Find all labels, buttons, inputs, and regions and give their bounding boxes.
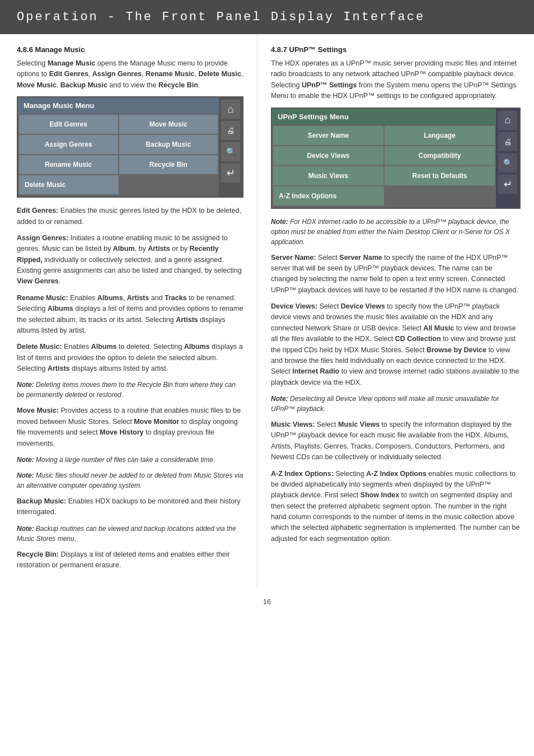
para-device-views: Device Views: Select Device Views to spe… (271, 301, 521, 388)
manage-row-1: Edit Genres Move Music (19, 115, 218, 134)
page-title: Operation - The Front Panel Display Inte… (17, 10, 425, 24)
upnp-row-2: Device Views Compatibility (273, 146, 495, 165)
section-487-intro: The HDX operates as a UPnP™ music server… (271, 58, 521, 102)
note-move2: Note: Music files should never be added … (17, 470, 243, 491)
note-backup: Note: Backup routines can be viewed and … (17, 524, 243, 544)
upnp-settings-menu: UPnP Settings Menu Server Name Language … (271, 108, 521, 209)
para-edit-genres: Edit Genres: Enables the music genres li… (17, 206, 243, 227)
note-delete: Note: Deleting items moves them to the R… (17, 380, 243, 400)
para-backup-music: Backup Music: Enables HDX backups to be … (17, 496, 243, 518)
page-header: Operation - The Front Panel Display Inte… (0, 0, 534, 34)
section-487-title: 4.8.7 UPnP™ Settings (271, 45, 521, 54)
language-btn[interactable]: Language (385, 126, 495, 145)
house-icon[interactable]: ⌂ (221, 100, 240, 119)
enter-icon[interactable]: ↵ (221, 164, 240, 183)
assign-genres-btn[interactable]: Assign Genres (19, 135, 118, 154)
upnp-row-3: Music Views Reset to Defaults (273, 166, 495, 185)
upnp-row-1: Server Name Language (273, 126, 495, 145)
enter-icon-upnp[interactable]: ↵ (498, 175, 517, 194)
right-column: 4.8.7 UPnP™ Settings The HDX operates as… (257, 34, 534, 587)
upnp-menu-icons: ⌂ 🖨 🔍 ↵ (496, 109, 519, 208)
compatibility-btn[interactable]: Compatibility (385, 146, 495, 165)
backup-music-btn[interactable]: Backup Music (119, 135, 218, 154)
para-az-index: A-Z Index Options: Selecting A-Z Index O… (271, 469, 521, 545)
manage-menu-inner: Manage Music Menu Edit Genres Move Music… (18, 97, 219, 197)
para-recycle-bin: Recycle Bin: Displays a list of deleted … (17, 549, 243, 571)
para-server-name: Server Name: Select Server Name to speci… (271, 253, 521, 296)
search-icon-upnp[interactable]: 🔍 (498, 153, 517, 172)
page-number: 16 (263, 598, 271, 606)
upnp-menu-grid: Server Name Language Device Views Compat… (272, 125, 496, 208)
manage-menu-header: Manage Music Menu (18, 97, 219, 114)
printer-icon-upnp[interactable]: 🖨 (498, 132, 517, 151)
note-move1: Note: Moving a large number of files can… (17, 455, 243, 465)
printer-icon[interactable]: 🖨 (221, 121, 240, 140)
para-rename-music: Rename Music: Enables Albums, Artists an… (17, 293, 243, 337)
para-assign-genres: Assign Genres: Initiates a routine enabl… (17, 233, 243, 287)
main-content: 4.8.6 Manage Music Selecting Manage Musi… (0, 34, 534, 587)
server-name-btn[interactable]: Server Name (273, 126, 383, 145)
page-footer: 16 (0, 587, 534, 616)
reset-defaults-btn[interactable]: Reset to Defaults (385, 166, 495, 185)
manage-row-3: Rename Music Recycle Bin (19, 155, 218, 174)
move-music-btn[interactable]: Move Music (119, 115, 218, 134)
edit-genres-btn[interactable]: Edit Genres (19, 115, 118, 134)
az-index-btn[interactable]: A-Z Index Options (273, 186, 384, 206)
left-column: 4.8.6 Manage Music Selecting Manage Musi… (0, 34, 257, 587)
upnp-menu-inner: UPnP Settings Menu Server Name Language … (272, 109, 496, 208)
note-upnp-radio: Note: For HDX internet radio to be acces… (271, 217, 521, 247)
upnp-menu-header: UPnP Settings Menu (272, 109, 496, 125)
para-delete-music: Delete Music: Enables Albums to deleted.… (17, 342, 243, 374)
section-486-title: 4.8.6 Manage Music (17, 45, 243, 54)
house-icon-upnp[interactable]: ⌂ (498, 111, 517, 130)
manage-music-menu: Manage Music Menu Edit Genres Move Music… (17, 96, 243, 198)
para-move-music: Move Music: Provides access to a routine… (17, 405, 243, 449)
music-views-btn[interactable]: Music Views (273, 166, 383, 185)
rename-music-btn[interactable]: Rename Music (19, 155, 118, 174)
note-device-views: Note: Deselecting all Device View option… (271, 394, 521, 414)
manage-menu-icons: ⌂ 🖨 🔍 ↵ (219, 97, 242, 197)
manage-menu-grid: Edit Genres Move Music Assign Genres Bac… (18, 114, 219, 197)
manage-row-2: Assign Genres Backup Music (19, 135, 218, 154)
section-486-intro: Selecting Manage Music opens the Manage … (17, 58, 243, 91)
para-music-views: Music Views: Select Music Views to speci… (271, 419, 521, 463)
device-views-btn[interactable]: Device Views (273, 146, 383, 165)
delete-music-btn[interactable]: Delete Music (19, 175, 119, 194)
recycle-bin-btn[interactable]: Recycle Bin (119, 155, 218, 174)
search-icon[interactable]: 🔍 (221, 142, 240, 161)
upnp-row-4: A-Z Index Options (273, 186, 495, 206)
manage-row-4: Delete Music (19, 175, 218, 194)
